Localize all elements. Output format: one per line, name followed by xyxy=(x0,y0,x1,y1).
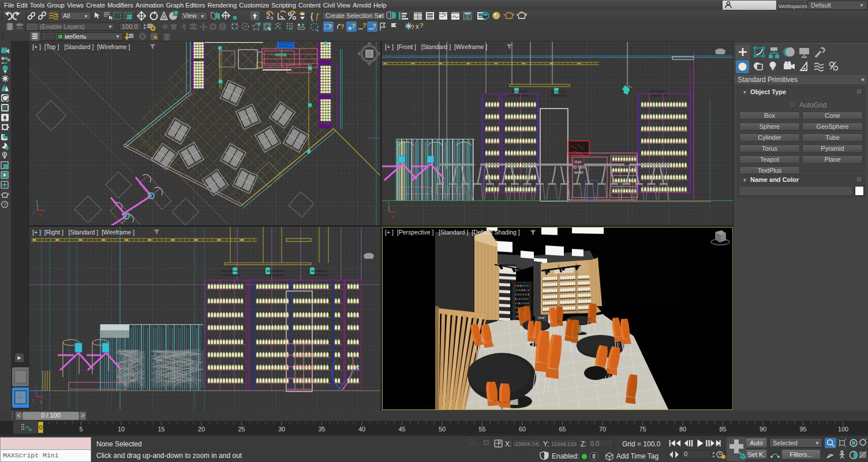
svg-text:95: 95 xyxy=(799,426,806,433)
svg-text:витамины: витамины xyxy=(511,90,527,93)
svg-text:и минералы: и минералы xyxy=(549,94,568,97)
svg-text:x: x xyxy=(32,397,34,403)
svg-text:level: level xyxy=(538,316,544,319)
svg-text:витамины: витамины xyxy=(311,269,327,273)
svg-text:50: 50 xyxy=(439,426,446,433)
svg-text:и минералы: и минералы xyxy=(510,94,529,97)
svg-text:?: ? xyxy=(362,22,366,29)
svg-text:60: 60 xyxy=(519,426,526,433)
svg-text:30: 30 xyxy=(278,426,285,433)
svg-text:5: 5 xyxy=(271,16,274,21)
svg-text:35: 35 xyxy=(318,426,325,433)
svg-text:90: 90 xyxy=(760,426,766,433)
svg-text:10: 10 xyxy=(118,426,125,433)
svg-text:y: y xyxy=(36,198,38,203)
svg-text:45: 45 xyxy=(398,426,405,433)
svg-text:витамины: витамины xyxy=(650,90,666,93)
svg-text:?: ? xyxy=(341,23,345,30)
svg-text:{: { xyxy=(310,12,313,21)
svg-text:витамины: витамины xyxy=(551,90,567,93)
svg-text:65: 65 xyxy=(559,426,566,433)
svg-text:75: 75 xyxy=(639,426,646,433)
svg-text:100: 100 xyxy=(838,426,848,433)
svg-text:Get: Get xyxy=(574,159,582,165)
svg-text:и минералы: и минералы xyxy=(648,94,668,97)
svg-text:z: z xyxy=(387,200,390,205)
svg-text:x: x xyxy=(39,213,42,218)
svg-text:?: ? xyxy=(3,202,6,207)
svg-text:25: 25 xyxy=(238,426,245,433)
svg-text:y: y xyxy=(40,398,42,404)
svg-text:15: 15 xyxy=(158,426,164,433)
svg-text:?: ? xyxy=(411,24,414,31)
svg-text:x: x xyxy=(391,214,394,219)
svg-text:5: 5 xyxy=(79,426,83,433)
svg-text:80: 80 xyxy=(679,426,686,433)
svg-text:40: 40 xyxy=(358,426,365,433)
svg-text:и минералы: и минералы xyxy=(220,273,240,277)
svg-text:?: ? xyxy=(328,23,332,30)
svg-text:z: z xyxy=(33,210,35,215)
svg-text:витамины: витамины xyxy=(222,269,238,273)
svg-text:55: 55 xyxy=(478,426,485,433)
svg-text:x: x xyxy=(416,23,419,31)
svg-text:?: ? xyxy=(351,23,356,29)
svg-text:и минералы: и минералы xyxy=(265,273,285,277)
svg-text:20: 20 xyxy=(198,426,205,433)
svg-text:витамины: витамины xyxy=(267,269,283,273)
svg-text:z: z xyxy=(35,385,37,390)
svg-text:и минералы: и минералы xyxy=(309,273,329,277)
svg-text:A: A xyxy=(289,27,292,31)
svg-text:?: ? xyxy=(420,22,424,29)
svg-text:ƒ: ƒ xyxy=(315,12,320,21)
svg-text:70: 70 xyxy=(599,426,606,433)
svg-text:?: ? xyxy=(372,23,376,29)
svg-text:85: 85 xyxy=(719,426,726,433)
